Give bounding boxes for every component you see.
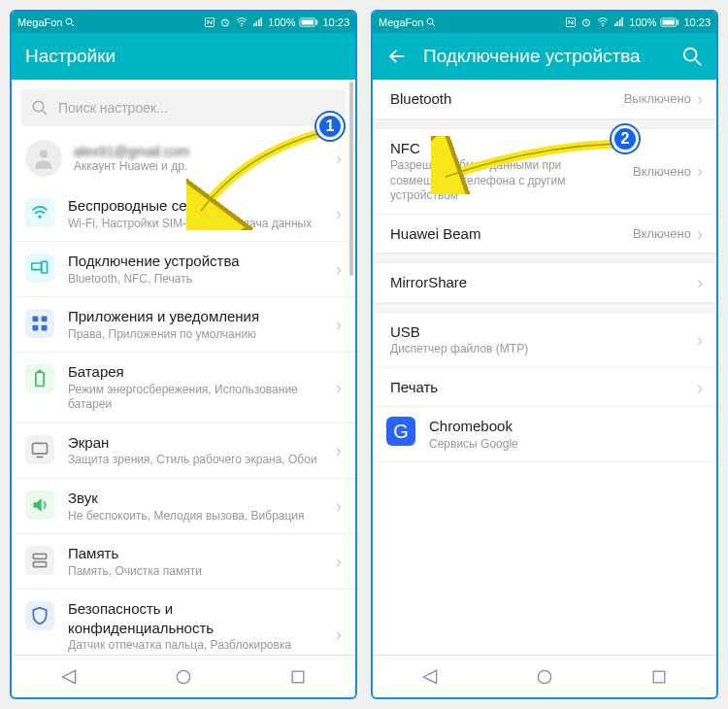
svg-rect-41	[678, 20, 679, 25]
row-chromebook[interactable]: G ChromebookСервисы Google	[373, 407, 716, 462]
search-button[interactable]	[681, 46, 703, 67]
status-bar: MegaFon 100% 10:23	[12, 12, 355, 33]
row-battery[interactable]: БатареяРежим энергосбережения, Использов…	[12, 353, 355, 423]
account-sub: Аккаунт Huawei и др.	[74, 159, 324, 173]
svg-point-0	[66, 18, 72, 24]
nav-home-icon[interactable]	[535, 667, 554, 687]
svg-point-34	[603, 25, 605, 27]
chevron-right-icon: ›	[336, 379, 342, 396]
chevron-right-icon: ›	[336, 205, 342, 222]
nfc-status-icon	[204, 17, 215, 28]
chevron-right-icon: ›	[336, 442, 342, 459]
chevron-right-icon: ›	[336, 625, 342, 643]
svg-point-4	[242, 25, 244, 27]
svg-rect-17	[42, 261, 48, 273]
signal-icon	[613, 17, 625, 28]
storage-icon	[25, 546, 54, 575]
search-placeholder: Поиск настроек...	[58, 100, 168, 116]
apps-icon	[25, 309, 54, 338]
svg-rect-38	[622, 17, 624, 26]
chevron-right-icon: ›	[336, 150, 342, 167]
title-bar: Подключение устройства	[373, 33, 716, 80]
nav-back-icon[interactable]	[420, 667, 440, 687]
row-sound[interactable]: ЗвукНе беспокоить, Мелодия вызова, Вибра…	[12, 479, 355, 534]
nav-bar	[373, 655, 716, 697]
chevron-right-icon: ›	[336, 316, 342, 333]
row-security[interactable]: Безопасность и конфиденциальностьДатчик …	[12, 590, 355, 655]
svg-rect-20	[33, 325, 39, 331]
title-bar: Настройки	[12, 33, 355, 80]
nav-home-icon[interactable]	[174, 667, 193, 687]
row-bluetooth[interactable]: Bluetooth Выключено›	[373, 80, 716, 119]
svg-point-42	[684, 49, 697, 61]
row-print[interactable]: Печать ›	[373, 368, 716, 408]
chevron-right-icon: ›	[697, 225, 703, 243]
annotation-badge-2: 2	[612, 125, 639, 152]
svg-point-44	[538, 670, 550, 683]
svg-rect-5	[253, 23, 255, 26]
svg-rect-35	[614, 23, 616, 26]
row-nfc[interactable]: NFCРазрешить обмен данными при совмещени…	[373, 129, 716, 215]
account-row[interactable]: alex91@gmail.com Аккаунт Huawei и др. ›	[12, 132, 355, 186]
carrier-label: MegaFon	[17, 17, 62, 28]
connection-list: Bluetooth Выключено› NFCРазрешить обмен …	[373, 80, 716, 655]
section-divider	[373, 253, 716, 263]
svg-rect-18	[33, 317, 39, 322]
status-bar: MegaFon 100% 10:23	[373, 12, 716, 33]
svg-rect-29	[292, 671, 304, 683]
annotation-badge-1: 1	[316, 113, 344, 140]
battery-category-icon	[25, 364, 54, 393]
shield-icon	[25, 601, 54, 630]
svg-rect-26	[33, 554, 46, 558]
svg-rect-10	[302, 20, 314, 25]
chevron-right-icon: ›	[697, 162, 703, 180]
chevron-right-icon: ›	[336, 260, 342, 278]
svg-rect-24	[33, 443, 48, 454]
svg-point-30	[427, 18, 433, 24]
device-connection-icon	[25, 253, 54, 283]
chevron-right-icon: ›	[697, 90, 703, 108]
row-apps[interactable]: Приложения и уведомленияПрава, Приложени…	[12, 297, 355, 353]
svg-rect-8	[261, 17, 263, 26]
svg-rect-45	[653, 671, 665, 683]
display-icon	[25, 435, 54, 464]
svg-point-12	[33, 101, 44, 112]
svg-rect-22	[36, 373, 44, 387]
svg-line-1	[72, 24, 75, 27]
battery-label: 100%	[629, 17, 656, 28]
row-mirrorshare[interactable]: MirrorShare ›	[373, 263, 716, 303]
chevron-right-icon: ›	[697, 331, 703, 349]
carrier-label: MegaFon	[379, 17, 423, 28]
svg-point-15	[38, 216, 41, 219]
wifi-icon	[596, 17, 610, 28]
search-small-icon	[425, 17, 437, 28]
row-usb[interactable]: USBДиспетчер файлов (MTP) ›	[373, 313, 716, 368]
back-button[interactable]	[386, 46, 408, 67]
phone-device-connection: MegaFon 100% 10:23 Подключение устройств…	[371, 10, 718, 699]
time-label: 10:23	[322, 17, 349, 28]
svg-point-28	[177, 670, 189, 683]
search-input[interactable]: Поиск настроек...	[21, 89, 346, 126]
svg-rect-27	[33, 562, 46, 567]
phone-settings-main: MegaFon 100% 10:23 Настройки Поиск настр…	[10, 10, 357, 699]
row-wireless[interactable]: Беспроводные сетиWi-Fi, Настройки SIM-ка…	[12, 186, 355, 242]
page-title: Подключение устройства	[423, 46, 666, 67]
nav-recents-icon[interactable]	[649, 667, 669, 687]
svg-rect-11	[316, 20, 318, 25]
nav-back-icon[interactable]	[59, 667, 79, 687]
nav-recents-icon[interactable]	[288, 667, 308, 687]
scrollbar[interactable]	[349, 82, 353, 276]
chevron-right-icon: ›	[336, 553, 342, 570]
row-device-connection[interactable]: Подключение устройстваBluetooth, NFC, Пе…	[12, 242, 355, 297]
svg-rect-6	[256, 21, 258, 26]
sound-icon	[25, 490, 54, 520]
avatar-icon	[25, 140, 62, 177]
svg-rect-19	[42, 317, 48, 322]
section-divider	[373, 303, 716, 313]
chromebook-icon: G	[386, 417, 415, 446]
row-storage[interactable]: ПамятьПамять, Очистка памяти ›	[12, 534, 355, 590]
svg-point-14	[40, 150, 49, 158]
row-display[interactable]: ЭкранЗащита зрения, Стиль рабочего экран…	[12, 423, 355, 479]
svg-rect-37	[619, 19, 621, 26]
row-huawei-beam[interactable]: Huawei Beam Включено›	[373, 215, 716, 254]
